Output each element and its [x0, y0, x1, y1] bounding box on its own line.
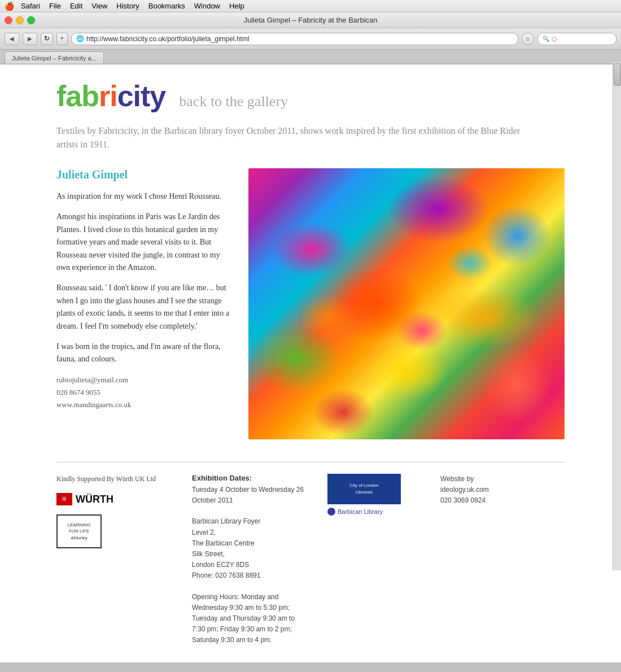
website-phone: 020 3069 0924 — [440, 495, 565, 506]
venue-city: London EC2Y 8DS — [192, 560, 305, 570]
website-url[interactable]: ideology.uk.com — [440, 485, 565, 495]
artist-bio: As inspiration for my work I chose Henri… — [56, 190, 231, 411]
search-placeholder: Q- — [552, 36, 558, 42]
city-london-text: City of LondonLibraries — [349, 482, 379, 496]
site-header: fabricity back to the gallery — [56, 81, 565, 111]
menu-view[interactable]: View — [91, 2, 107, 10]
barbican-dot — [327, 508, 335, 516]
intro-paragraph: Textiles by Fabricicity, in the Barbican… — [56, 124, 542, 151]
address-bar[interactable]: 🌐 http://www.fabricicity.co.uk/portfolio… — [71, 33, 518, 45]
exhibition-dates: Tuesday 4 October to Wednesday 26 Octobe… — [192, 485, 305, 506]
artist-info: Julieta Gimpel As inspiration for my wor… — [56, 168, 231, 439]
tab-bar: Julieta Gimpel – Fabricicity a... — [0, 50, 621, 64]
venue-street: Silk Street, — [192, 549, 305, 560]
artist-image-container — [248, 168, 565, 439]
logo-ri: ri — [99, 80, 117, 112]
exhibition-title: Exhibition Dates: — [192, 474, 305, 482]
venue-phone: Phone: 020 7638 8891 — [192, 570, 305, 581]
menu-history[interactable]: History — [116, 2, 139, 10]
footer-library: City of LondonLibraries Barbican Library — [327, 474, 418, 516]
bio-paragraph-1: As inspiration for my work I chose Henri… — [56, 190, 231, 203]
scrollbar[interactable] — [613, 62, 621, 570]
back-button[interactable]: ◀ — [5, 33, 19, 45]
window-title: Julieta Gimpel – Fabricity at the Barbic… — [244, 16, 378, 24]
artist-section: Julieta Gimpel As inspiration for my wor… — [56, 168, 565, 439]
artist-website[interactable]: www.mandingaarts.co.uk — [56, 399, 231, 411]
menu-bar: 🍎 Safari File Edit View History Bookmark… — [0, 0, 621, 12]
bio-paragraph-2: Amongst his inspirations in Paris was Le… — [56, 211, 231, 274]
title-bar: Julieta Gimpel – Fabricity at the Barbic… — [0, 12, 621, 28]
wurth-name: WÜRTH — [76, 494, 113, 505]
artist-name: Julieta Gimpel — [56, 168, 231, 181]
search-bar[interactable]: 🔍 Q- — [537, 33, 616, 45]
footer-sponsor: Kindly Supported By Würth UK Ltd ≡ WÜRTH… — [56, 474, 169, 548]
menu-bookmarks[interactable]: Bookmarks — [148, 2, 185, 10]
wurth-icon: ≡ — [56, 493, 72, 505]
venue-name: Barbican Library Foyer — [192, 516, 305, 527]
venue-building: The Barbican Centre — [192, 538, 305, 549]
active-tab[interactable]: Julieta Gimpel – Fabricicity a... — [5, 51, 104, 64]
scrollbar-thumb[interactable] — [614, 63, 621, 86]
forward-button[interactable]: ▶ — [23, 33, 37, 45]
artwork-image — [248, 168, 565, 439]
menu-window[interactable]: Window — [194, 2, 220, 10]
menu-help[interactable]: Help — [229, 2, 244, 10]
wurth-logo: ≡ WÜRTH — [56, 493, 169, 505]
artist-phone: 020 8674 9055 — [56, 386, 231, 399]
bio-paragraph-3: Rousseau said, ' I don't know if you are… — [56, 282, 231, 333]
opening-hours: Opening Hours: Monday and Wednesday 9:30… — [192, 592, 305, 646]
footer: Kindly Supported By Würth UK Ltd ≡ WÜRTH… — [56, 462, 565, 645]
morley-logo: LEARNINGFOR LIFE&Morley — [56, 514, 102, 548]
menu-file[interactable]: File — [49, 2, 61, 10]
logo-city: city — [117, 80, 166, 112]
logo-fab: fab — [56, 80, 99, 112]
tab-label: Julieta Gimpel – Fabricicity a... — [12, 55, 97, 62]
minimize-button[interactable] — [16, 16, 24, 24]
site-logo[interactable]: fabricity — [56, 81, 165, 111]
sponsor-text: Kindly Supported By Würth UK Ltd — [56, 474, 169, 484]
browser-toolbar: ◀ ▶ ↻ + 🌐 http://www.fabricicity.co.uk/p… — [0, 28, 621, 50]
barbican-library-label: Barbican Library — [327, 508, 418, 516]
webpage: fabricity back to the gallery Textiles b… — [0, 64, 621, 662]
morley-text: LEARNINGFOR LIFE&Morley — [68, 522, 91, 541]
url-text: http://www.fabricicity.co.uk/portfolio/j… — [86, 35, 250, 43]
search-icon: 🔍 — [543, 36, 549, 42]
contact-info: rubiojulieta@ymail.com 020 8674 9055 www… — [56, 374, 231, 411]
maximize-button[interactable] — [27, 16, 35, 24]
menu-edit[interactable]: Edit — [70, 2, 82, 10]
rss-button[interactable]: ⊙ — [522, 33, 534, 45]
city-london-logo: City of LondonLibraries — [327, 474, 401, 504]
add-tab-button[interactable]: + — [56, 33, 68, 45]
morley-logo-container: LEARNINGFOR LIFE&Morley — [56, 514, 169, 548]
footer-dates: Exhibition Dates: Tuesday 4 October to W… — [192, 474, 305, 645]
apple-menu[interactable]: 🍎 — [5, 2, 14, 11]
back-to-gallery-link[interactable]: back to the gallery — [179, 93, 288, 110]
menu-safari[interactable]: Safari — [21, 2, 40, 10]
wurth-symbol: ≡ — [62, 495, 67, 504]
address-icon: 🌐 — [76, 35, 84, 42]
reload-button[interactable]: ↻ — [41, 33, 53, 45]
venue-level: Level 2, — [192, 527, 305, 538]
footer-website: Website by ideology.uk.com 020 3069 0924 — [440, 474, 565, 507]
website-by-label: Website by — [440, 474, 565, 485]
barbican-library-text: Barbican Library — [338, 508, 383, 515]
close-button[interactable] — [5, 16, 12, 24]
bio-paragraph-4: I was born in the tropics, and I'm aware… — [56, 341, 231, 366]
artist-email[interactable]: rubiojulieta@ymail.com — [56, 374, 231, 386]
